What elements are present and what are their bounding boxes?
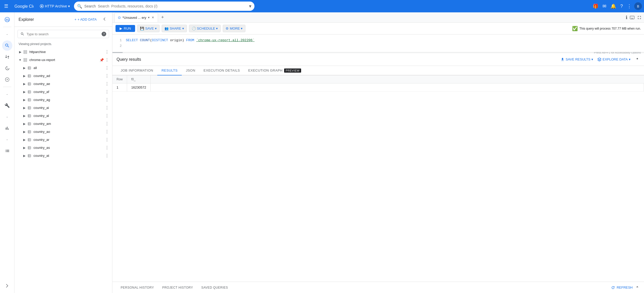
more-options-icon[interactable]: ⋮ [104,65,110,71]
rail-list-icon[interactable] [2,146,12,156]
bell-icon[interactable]: 🔔 [609,2,618,11]
history-tab-personal-history[interactable]: PERSONAL HISTORY [117,282,158,293]
result-tab-execution-details[interactable]: EXECUTION DETAILS [200,66,244,75]
collapse-history-button[interactable] [635,284,640,291]
rail-dot-4[interactable]: · [2,134,12,145]
more-options-icon[interactable]: ⋮ [104,145,110,151]
rail-expand-icon[interactable] [2,281,12,291]
code-editor[interactable]: 1 SELECT COUNT(DISTINCT origin) FROM `ch… [112,35,644,52]
tree-item-country_al[interactable]: ▶ country_al ⋮ [14,112,112,120]
result-tab-execution-graph[interactable]: EXECUTION GRAPHPREVIEW [244,66,305,75]
results-table-container[interactable]: Row f0_ 1 16230572 [112,75,644,282]
result-tab-results[interactable]: RESULTS [157,66,182,75]
chevron-down-icon: ▼ [18,58,23,62]
rail-search-icon[interactable] [2,40,12,51]
collapse-panel-button[interactable] [101,15,108,23]
save-results-button[interactable]: SAVE RESULTS ▾ [560,57,593,62]
more-options-icon[interactable]: ⋮ [104,89,110,95]
tree-item-all[interactable]: ▶ all ⋮ [14,64,112,72]
fullscreen-icon[interactable] [637,15,642,20]
more-options-icon[interactable]: ⋮ [104,137,110,143]
rail-divider-2 [3,87,11,87]
explorer-search-input[interactable] [27,32,100,36]
rail-dot-2[interactable]: · [2,89,12,99]
history-tab-project-history[interactable]: PROJECT HISTORY [158,282,197,293]
svg-rect-8 [24,52,25,54]
rail-wrench-icon[interactable] [2,100,12,111]
rail-divider-1 [3,27,11,27]
more-options-icon[interactable]: ⋮ [104,81,110,87]
rail-transfer-icon[interactable] [2,52,12,62]
more-vert-icon[interactable]: ⋮ [625,2,633,11]
explore-data-label: EXPLORE DATA [602,57,628,61]
info-icon[interactable]: ℹ [626,15,628,20]
more-options-icon[interactable]: ⋮ [104,113,110,119]
plus-icon: + [75,18,77,21]
table-icon [27,73,32,79]
tree-item-country_at[interactable]: ▶ country_at ⋮ [14,152,112,160]
schedule-button[interactable]: 🕐 SCHEDULE ▾ [189,25,221,32]
tree-item-country_ae[interactable]: ▶ country_ae ⋮ [14,80,112,88]
cell-row-num: 1 [112,83,127,92]
more-options-icon[interactable]: ⋮ [104,153,110,159]
more-options-icon[interactable]: ⋮ [104,49,110,55]
pin-icon[interactable]: 📌 [100,58,104,62]
avatar[interactable]: B [634,2,642,10]
more-options-icon[interactable]: ⋮ [104,121,110,127]
refresh-button[interactable]: REFRESH [611,286,633,290]
tree-item-label: country_ai [34,106,104,110]
result-tab-job-info[interactable]: JOB INFORMATION [117,66,157,75]
save-icon: 💾 [140,27,144,30]
run-button[interactable]: ▶ RUN [115,25,135,32]
expand-rail-icon [5,283,10,288]
more-options-icon-2[interactable]: ⋮ [104,57,110,63]
result-tab-json[interactable]: JSON [182,66,200,75]
history-tab-saved-queries[interactable]: SAVED QUERIES [197,282,232,293]
tree-item-country_as[interactable]: ▶ country_as ⋮ [14,144,112,152]
explore-data-button[interactable]: EXPLORE DATA ▾ [597,57,631,62]
rail-bigquery-icon[interactable]: BQ [2,14,12,25]
global-search-bar[interactable]: 🔍 Search ▾ [74,2,254,11]
tree-item-country_ad[interactable]: ▶ country_ad ⋮ [14,72,112,80]
save-button[interactable]: 💾 SAVE ▾ [137,25,160,32]
expand-results-button[interactable] [635,56,640,63]
tree-item-httparchive[interactable]: ▶ httparchive ⋮ [14,48,112,56]
tree-item-country_ag[interactable]: ▶ country_ag ⋮ [14,96,112,104]
rail-chart-icon[interactable] [2,123,12,133]
more-options-icon[interactable]: ⋮ [104,97,110,103]
query-status: ✅ This query will process 707.77 MB when… [572,26,641,31]
tree-item-country_af[interactable]: ▶ country_af ⋮ [14,88,112,96]
hamburger-menu[interactable]: ☰ [2,1,10,11]
svg-rect-18 [28,98,31,101]
rail-dot-3[interactable]: · [2,112,12,122]
tree-item-country_ar[interactable]: ▶ country_ar ⋮ [14,136,112,144]
tab-close-button[interactable]: ✕ [151,15,155,20]
help-icon[interactable]: ? [619,2,624,11]
explorer-search-container[interactable]: ? [18,30,109,38]
tab-dropdown-icon[interactable]: ▾ [148,16,150,19]
share-button[interactable]: 👥 SHARE ▾ [162,25,187,32]
new-tab-button[interactable]: + [159,14,166,21]
mail-icon[interactable]: ✉ [601,2,608,11]
search-help-button[interactable]: ? [102,32,106,36]
query-tab[interactable]: ⊙ *Unsaved ... ery ▾ ✕ [114,13,158,22]
more-button[interactable]: ⚙ MORE ▾ [223,25,245,32]
rail-compose-icon[interactable] [2,74,12,85]
tree-item-chrome-ux-report[interactable]: ▼ chrome-ux-report 📌 ⋮ [14,56,112,64]
tree-item-country_ai[interactable]: ▶ country_ai ⋮ [14,104,112,112]
tree-item-country_am[interactable]: ▶ country_am ⋮ [14,120,112,128]
add-data-button[interactable]: + + ADD DATA [72,16,99,22]
more-options-icon[interactable]: ⋮ [104,105,110,111]
tree-item-country_ao[interactable]: ▶ country_ao ⋮ [14,128,112,136]
search-dropdown-icon[interactable]: ▾ [249,3,251,9]
google-cloud-logo[interactable]: Google Cloud [12,3,36,9]
gift-icon[interactable]: 🎁 [591,2,600,11]
project-selector[interactable]: HTTP Archive ▾ [38,4,72,8]
keyboard-icon[interactable] [630,15,635,20]
rail-history-icon[interactable] [2,63,12,73]
rail-dot-1[interactable]: · [2,29,12,39]
more-options-icon[interactable]: ⋮ [104,73,110,79]
search-input[interactable] [98,4,247,8]
more-options-icon[interactable]: ⋮ [104,129,110,135]
results-table: Row f0_ 1 16230572 [112,75,644,92]
